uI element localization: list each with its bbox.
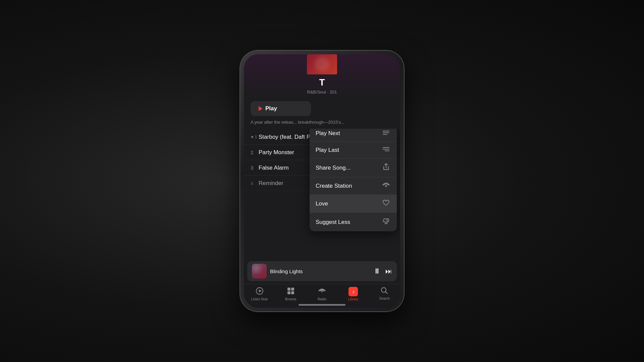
tab-radio-label: Radio <box>318 297 326 301</box>
browse-icon <box>287 287 295 296</box>
now-playing-thumbnail <box>252 264 267 279</box>
phone-screen: T R&B/Soul · 201 Play A year after the r… <box>244 54 400 308</box>
track-number: 2 <box>251 149 259 155</box>
play-triangle-icon <box>259 106 263 111</box>
track-number: ★ 1 <box>251 135 259 139</box>
album-area: T R&B/Soul · 201 <box>244 54 400 98</box>
play-area: Play <box>244 98 400 119</box>
svg-rect-8 <box>387 219 389 222</box>
svg-rect-12 <box>291 288 294 291</box>
svg-point-6 <box>385 185 387 187</box>
album-title-partial: T <box>319 77 325 88</box>
context-menu-item-suggest-less[interactable]: Suggest Less <box>310 213 397 231</box>
play-button[interactable]: Play <box>251 101 311 116</box>
description: A year after the releas... breakthrough—… <box>244 119 400 129</box>
menu-item-suggest-less-label: Suggest Less <box>316 219 350 226</box>
tab-search[interactable]: Search <box>374 287 394 300</box>
tab-radio[interactable]: Radio <box>312 287 332 301</box>
track-number: 4 <box>251 180 259 186</box>
context-menu-item-love[interactable]: Love <box>310 195 397 213</box>
library-icon: ♪ <box>352 289 355 295</box>
track-list-wrapper: ★ 1 Starboy (feat. Daft Punk) ··· 2 Part… <box>244 129 400 261</box>
svg-rect-14 <box>291 291 294 294</box>
album-genre-year: R&B/Soul · 201 <box>307 89 337 95</box>
svg-rect-13 <box>287 291 290 294</box>
tab-listen-now[interactable]: Listen Now <box>250 287 270 301</box>
play-next-icon <box>381 130 391 137</box>
menu-item-play-next-label: Play Next <box>316 130 340 137</box>
context-menu-item-play-last[interactable]: Play Last <box>310 142 397 159</box>
listen-now-icon <box>256 287 264 296</box>
phone-container: T R&B/Soul · 201 Play A year after the r… <box>240 50 404 312</box>
now-playing-bar[interactable]: Blinding Lights ⏸ ⏭ <box>247 261 397 281</box>
svg-marker-10 <box>259 290 262 292</box>
tab-library[interactable]: ♪ Library <box>343 287 363 301</box>
play-last-icon <box>381 146 391 154</box>
screen-content: T R&B/Soul · 201 Play A year after the r… <box>244 54 400 308</box>
menu-item-share-song-label: Share Song... <box>316 165 351 171</box>
now-playing-title: Blinding Lights <box>270 268 370 274</box>
home-indicator <box>299 304 345 306</box>
menu-item-create-station-label: Create Station <box>316 183 352 189</box>
pause-icon[interactable]: ⏸ <box>373 267 381 276</box>
tab-browse-label: Browse <box>285 297 296 301</box>
svg-line-17 <box>386 292 388 294</box>
svg-rect-11 <box>287 288 290 291</box>
share-icon <box>381 163 391 172</box>
radio-icon <box>318 287 326 296</box>
love-icon <box>381 199 391 208</box>
album-thumbnail <box>307 54 337 74</box>
track-number: 3 <box>251 165 259 171</box>
now-playing-controls: ⏸ ⏭ <box>373 267 392 276</box>
context-menu-item-create-station[interactable]: Create Station <box>310 177 397 195</box>
tab-listen-now-label: Listen Now <box>251 297 268 301</box>
suggest-less-icon <box>381 218 391 227</box>
create-station-icon <box>381 182 391 190</box>
skip-forward-icon[interactable]: ⏭ <box>385 267 392 275</box>
svg-point-15 <box>321 291 323 292</box>
tab-search-label: Search <box>379 297 390 300</box>
library-icon-bg: ♪ <box>348 287 358 296</box>
context-menu: Play Next Play Last <box>310 129 397 231</box>
context-menu-item-share-song[interactable]: Share Song... <box>310 159 397 177</box>
tab-library-label: Library <box>348 297 359 301</box>
search-icon <box>381 287 388 296</box>
menu-item-play-last-label: Play Last <box>316 147 339 154</box>
tab-browse[interactable]: Browse <box>281 287 301 301</box>
play-label: Play <box>265 105 277 112</box>
context-menu-item-play-next[interactable]: Play Next <box>310 129 397 142</box>
menu-item-love-label: Love <box>316 200 328 207</box>
